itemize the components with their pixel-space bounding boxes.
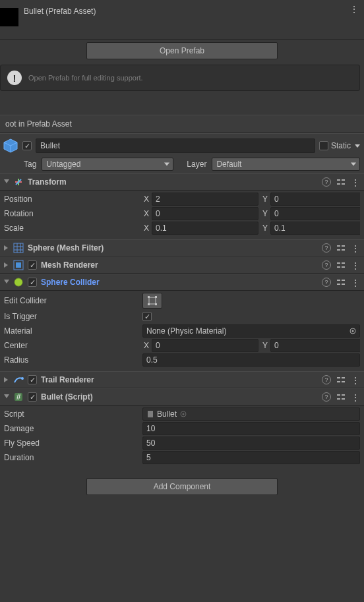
svg-rect-30 [342, 280, 345, 281]
trail-renderer-enabled-checkbox[interactable] [28, 375, 37, 384]
duration-field[interactable] [142, 451, 360, 464]
gameobject-header: Static Tag Untagged Layer Default [0, 133, 364, 173]
svg-rect-43 [342, 377, 345, 378]
open-prefab-button[interactable]: Open Prefab [86, 42, 278, 59]
bullet-script-enabled-checkbox[interactable] [28, 392, 37, 402]
is-trigger-checkbox[interactable] [142, 312, 152, 321]
preset-icon[interactable] [336, 260, 346, 270]
scale-y-field[interactable] [270, 222, 360, 235]
preset-icon[interactable] [336, 243, 346, 253]
svg-marker-40 [4, 377, 8, 382]
trail-renderer-header[interactable]: Trail Renderer ? [0, 371, 364, 388]
transform-header[interactable]: Transform ? [0, 173, 364, 191]
foldout-icon [4, 280, 9, 285]
trail-renderer-title: Trail Renderer [41, 375, 318, 384]
center-x-field[interactable] [152, 339, 258, 352]
static-dropdown-arrow[interactable] [355, 144, 360, 148]
position-y-field[interactable] [270, 193, 360, 206]
rotation-x-field[interactable] [152, 207, 258, 220]
svg-point-55 [183, 413, 185, 415]
is-trigger-label: Is Trigger [4, 312, 142, 321]
help-icon[interactable]: ? [322, 260, 331, 270]
info-bar: ! Open Prefab for full editing support. [0, 65, 360, 91]
svg-marker-46 [4, 394, 9, 398]
object-picker-icon[interactable] [179, 410, 187, 418]
info-icon: ! [7, 71, 22, 85]
open-prefab-row: Open Prefab [0, 40, 364, 65]
prefab-cube-icon [3, 138, 18, 154]
edit-collider-label: Edit Collider [4, 296, 142, 305]
sphere-collider-header[interactable]: Sphere Collider ? [0, 274, 364, 291]
axis-y-label: Y [261, 209, 270, 218]
root-section-title: oot in Prefab Asset [0, 115, 364, 133]
kebab-menu-icon[interactable] [351, 375, 360, 384]
script-file-icon [146, 410, 154, 418]
kebab-menu-icon[interactable] [351, 177, 360, 187]
svg-rect-7 [342, 179, 345, 181]
bullet-script-header[interactable]: # Bullet (Script) ? [0, 388, 364, 406]
fly-speed-label: Fly Speed [4, 438, 142, 448]
mesh-renderer-title: Mesh Renderer [41, 260, 318, 270]
preset-icon[interactable] [336, 177, 346, 187]
kebab-menu-icon[interactable] [351, 278, 360, 287]
svg-rect-26 [342, 266, 345, 268]
prefab-thumbnail [0, 8, 18, 26]
kebab-menu-icon[interactable] [351, 243, 360, 253]
svg-rect-44 [337, 381, 340, 382]
help-icon[interactable]: ? [322, 243, 331, 253]
script-icon: # [13, 392, 24, 402]
preset-icon[interactable] [336, 392, 346, 402]
sphere-collider-enabled-checkbox[interactable] [28, 278, 37, 287]
scale-x-field[interactable] [152, 222, 258, 235]
mesh-renderer-header[interactable]: Mesh Renderer ? [0, 256, 364, 274]
svg-marker-10 [4, 245, 8, 251]
bullet-script-body: Script Bullet Damage Fly Speed Duration [0, 406, 364, 469]
mesh-renderer-enabled-checkbox[interactable] [28, 260, 37, 270]
add-component-button[interactable]: Add Component [86, 478, 278, 495]
radius-field[interactable] [142, 353, 360, 367]
duration-label: Duration [4, 453, 142, 462]
fly-speed-field[interactable] [142, 436, 360, 450]
object-picker-icon[interactable] [349, 327, 357, 335]
help-icon[interactable]: ? [322, 278, 331, 287]
help-icon[interactable]: ? [322, 375, 331, 384]
script-label: Script [4, 409, 142, 419]
damage-field[interactable] [142, 422, 360, 435]
radius-label: Radius [4, 355, 142, 365]
kebab-menu-icon[interactable] [349, 4, 359, 13]
svg-rect-19 [342, 249, 345, 251]
preset-icon[interactable] [336, 375, 346, 384]
kebab-menu-icon[interactable] [351, 392, 360, 402]
static-checkbox[interactable] [319, 141, 328, 150]
edit-collider-button[interactable] [142, 293, 162, 309]
kebab-menu-icon[interactable] [351, 260, 360, 270]
mesh-filter-header[interactable]: Sphere (Mesh Filter) ? [0, 239, 364, 256]
svg-rect-16 [337, 245, 340, 247]
svg-text:#: # [16, 392, 21, 402]
svg-rect-18 [337, 249, 340, 251]
help-icon[interactable]: ? [322, 392, 331, 402]
mesh-filter-icon [13, 243, 24, 253]
svg-rect-51 [337, 398, 340, 400]
preset-icon[interactable] [336, 278, 346, 287]
svg-rect-36 [148, 303, 150, 305]
layer-dropdown[interactable]: Default [212, 158, 360, 171]
gameobject-enabled-checkbox[interactable] [22, 141, 32, 150]
svg-rect-52 [342, 398, 345, 400]
static-label: Static [331, 141, 351, 150]
help-icon[interactable]: ? [322, 177, 331, 187]
material-field[interactable]: None (Physic Material) [142, 324, 360, 338]
mesh-filter-title: Sphere (Mesh Filter) [28, 243, 318, 253]
svg-rect-37 [155, 303, 157, 305]
rotation-y-field[interactable] [270, 207, 360, 220]
prefab-header: Bullet (Prefab Asset) [0, 0, 364, 40]
script-value: Bullet [157, 409, 177, 419]
svg-rect-35 [155, 296, 157, 298]
axis-y-label: Y [261, 341, 270, 350]
center-y-field[interactable] [270, 339, 360, 352]
transform-body: Position X Y Z Rotation X Y Z Scale X Y … [0, 191, 364, 239]
gameobject-name-field[interactable] [36, 138, 315, 153]
axis-x-label: X [142, 209, 152, 218]
position-x-field[interactable] [152, 193, 258, 206]
tag-dropdown[interactable]: Untagged [42, 158, 173, 171]
